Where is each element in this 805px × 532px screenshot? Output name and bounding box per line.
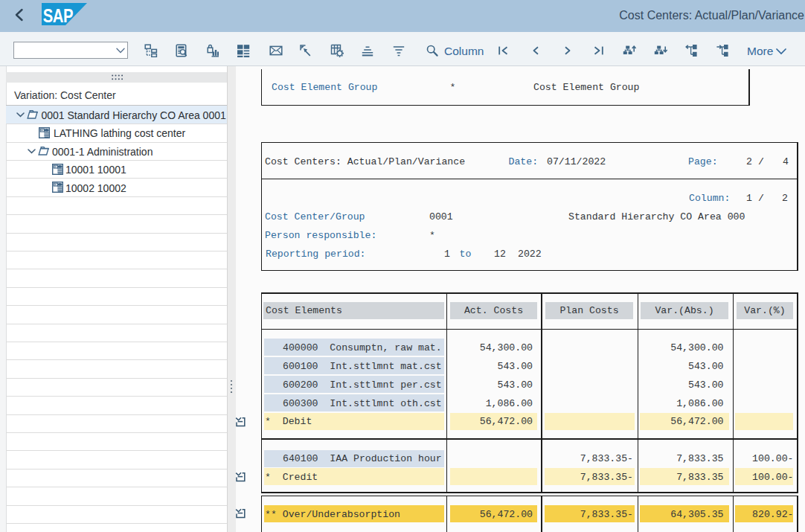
- svg-text:SAP: SAP: [43, 5, 73, 25]
